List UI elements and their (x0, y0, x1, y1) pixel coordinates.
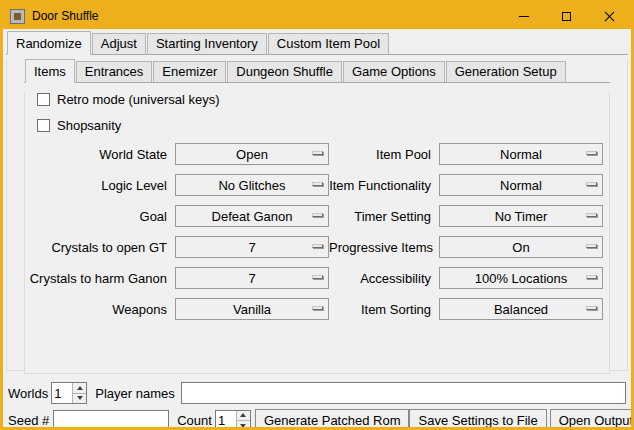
seed-input[interactable] (53, 410, 169, 430)
menu-indicator-icon (586, 275, 597, 279)
count-input[interactable] (216, 411, 236, 430)
tab-adjust[interactable]: Adjust (92, 33, 146, 54)
timer-setting-value: No Timer (495, 209, 548, 224)
inner-tab-bar: Items Entrances Enemizer Dungeon Shuffle… (24, 59, 610, 83)
progressive-items-dropdown[interactable]: On (439, 236, 603, 258)
goal-dropdown[interactable]: Defeat Ganon (175, 205, 329, 227)
menu-indicator-icon (312, 213, 323, 217)
goal-value: Defeat Ganon (212, 209, 293, 224)
menu-indicator-icon (586, 306, 597, 310)
crystals-ganon-value: 7 (248, 271, 255, 286)
app-window: Door Shuffle Randomize Adjust Starting I… (0, 0, 634, 430)
minimize-button[interactable] (502, 3, 545, 29)
count-spin-arrows (236, 411, 250, 430)
spin-up-button[interactable] (237, 411, 250, 422)
settings-row: World State Open Item Pool Normal (25, 143, 609, 165)
menu-indicator-icon (312, 182, 323, 186)
spin-up-button[interactable] (73, 383, 86, 394)
retro-mode-row: Retro mode (universal keys) (37, 92, 609, 107)
shopsanity-checkbox[interactable] (37, 119, 50, 132)
close-icon (604, 11, 615, 22)
tab-entrances[interactable]: Entrances (76, 61, 153, 82)
player-names-input[interactable] (181, 382, 626, 404)
menu-indicator-icon (586, 182, 597, 186)
logic-level-label: Logic Level (25, 178, 167, 193)
menu-indicator-icon (586, 151, 597, 155)
weapons-value: Vanilla (233, 302, 271, 317)
spin-down-button[interactable] (237, 421, 250, 430)
timer-setting-dropdown[interactable]: No Timer (439, 205, 603, 227)
retro-mode-label: Retro mode (universal keys) (57, 92, 220, 107)
crystals-gt-value: 7 (248, 240, 255, 255)
weapons-label: Weapons (25, 302, 167, 317)
logic-level-dropdown[interactable]: No Glitches (175, 174, 329, 196)
crystals-gt-dropdown[interactable]: 7 (175, 236, 329, 258)
item-sorting-label: Item Sorting (329, 302, 431, 317)
arrow-down-icon (77, 396, 83, 400)
settings-row: Crystals to harm Ganon 7 Accessibility 1… (25, 267, 609, 289)
logic-level-value: No Glitches (218, 178, 285, 193)
minimize-icon (519, 16, 529, 17)
tab-enemizer[interactable]: Enemizer (153, 61, 226, 82)
count-spinbox[interactable] (215, 410, 251, 430)
item-functionality-dropdown[interactable]: Normal (439, 174, 603, 196)
seed-label: Seed # (8, 413, 49, 428)
worlds-input[interactable] (52, 383, 72, 403)
worlds-spinbox[interactable] (51, 382, 87, 404)
settings-row: Crystals to open GT 7 Progressive Items … (25, 236, 609, 258)
item-functionality-value: Normal (500, 178, 542, 193)
world-state-dropdown[interactable]: Open (175, 143, 329, 165)
seed-row: Seed # Count Generate Patched Rom Save S… (8, 409, 626, 430)
spin-down-button[interactable] (73, 394, 86, 404)
item-sorting-value: Balanced (494, 302, 548, 317)
timer-setting-label: Timer Setting (329, 209, 431, 224)
settings-row: Logic Level No Glitches Item Functionali… (25, 174, 609, 196)
arrow-down-icon (240, 424, 246, 428)
generate-patched-rom-button[interactable]: Generate Patched Rom (255, 409, 410, 430)
item-pool-label: Item Pool (329, 147, 431, 162)
settings-form: World State Open Item Pool Normal (25, 143, 609, 320)
randomize-pane: Items Entrances Enemizer Dungeon Shuffle… (6, 59, 628, 371)
save-settings-button[interactable]: Save Settings to File (409, 409, 546, 430)
tab-starting-inventory[interactable]: Starting Inventory (147, 33, 267, 54)
tab-game-options[interactable]: Game Options (343, 61, 445, 82)
accessibility-dropdown[interactable]: 100% Locations (439, 267, 603, 289)
inner-notebook: Items Entrances Enemizer Dungeon Shuffle… (24, 59, 610, 374)
window-title: Door Shuffle (32, 9, 99, 23)
tab-items[interactable]: Items (25, 59, 75, 83)
shopsanity-row: Shopsanity (37, 118, 609, 133)
menu-indicator-icon (312, 244, 323, 248)
settings-row: Weapons Vanilla Item Sorting Balanced (25, 298, 609, 320)
menu-indicator-icon (312, 275, 323, 279)
tab-randomize[interactable]: Randomize (7, 31, 91, 55)
caption-buttons (502, 3, 631, 29)
worlds-label: Worlds (8, 386, 48, 401)
crystals-ganon-label: Crystals to harm Ganon (25, 271, 167, 286)
crystals-ganon-dropdown[interactable]: 7 (175, 267, 329, 289)
item-pool-dropdown[interactable]: Normal (439, 143, 603, 165)
maximize-icon (562, 12, 571, 21)
world-state-value: Open (236, 147, 268, 162)
accessibility-value: 100% Locations (475, 271, 568, 286)
menu-indicator-icon (312, 151, 323, 155)
item-pool-value: Normal (500, 147, 542, 162)
menu-indicator-icon (586, 244, 597, 248)
tab-generation-setup[interactable]: Generation Setup (446, 61, 566, 82)
item-functionality-label: Item Functionality (329, 178, 431, 193)
open-output-directory-button[interactable]: Open Output Directory (550, 409, 634, 430)
item-sorting-dropdown[interactable]: Balanced (439, 298, 603, 320)
worlds-spin-arrows (72, 383, 86, 403)
app-icon[interactable] (10, 9, 25, 24)
player-names-label: Player names (95, 386, 174, 401)
close-button[interactable] (588, 3, 631, 29)
arrow-up-icon (77, 386, 83, 390)
weapons-dropdown[interactable]: Vanilla (175, 298, 329, 320)
world-state-label: World State (25, 147, 167, 162)
tab-dungeon-shuffle[interactable]: Dungeon Shuffle (227, 61, 342, 82)
crystals-gt-label: Crystals to open GT (25, 240, 167, 255)
retro-mode-checkbox[interactable] (37, 93, 50, 106)
tab-custom-item-pool[interactable]: Custom Item Pool (268, 33, 389, 54)
worlds-row: Worlds Player names (8, 382, 626, 404)
goal-label: Goal (25, 209, 167, 224)
maximize-button[interactable] (545, 3, 588, 29)
